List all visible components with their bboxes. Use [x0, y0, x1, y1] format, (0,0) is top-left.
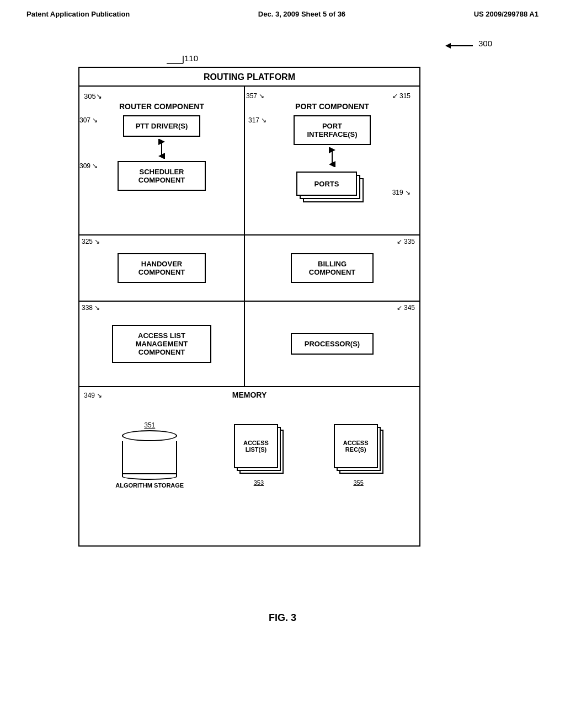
diagram-area: 300 110 ROUTING PLATFORM 305 ↘ ROUTER CO…: [45, 23, 520, 629]
algorithm-storage-group: 351 ALGORITHM STORAGE: [115, 421, 184, 489]
ports-label: PORTS: [315, 180, 339, 188]
handover-section: 325 ↘ HANDOVER COMPONENT: [79, 235, 245, 301]
scheduler-label: SCHEDULER COMPONENT: [138, 168, 185, 184]
port-section: 357 ↘ ↙ 315 PORT COMPONENT 317 ↘ PORT IN…: [245, 87, 419, 234]
memory-section: 349 ↘ MEMORY 351 ALGORITHM STORAGE: [79, 387, 419, 511]
ref-315-label: ↙ 315: [392, 92, 411, 100]
port-component-title: PORT COMPONENT: [249, 91, 415, 111]
access-rec-memory-group: ACCESS REC(S) 355: [334, 424, 383, 486]
ref-307-label: 307 ↘: [79, 116, 98, 124]
ptt-scheduler-arrow: [84, 139, 239, 159]
port-double-arrow-icon: [327, 147, 338, 167]
header-right: US 2009/299788 A1: [474, 10, 539, 18]
svg-marker-1: [445, 43, 451, 49]
access-section: 338 ↘ ACCESS LIST MANAGEMENT COMPONENT ↙…: [79, 302, 419, 387]
ref-110-group: 110: [167, 55, 194, 68]
access-list-memory-group: ACCESS LIST(S) 353: [234, 424, 284, 486]
memory-items: 351 ALGORITHM STORAGE ACCESS LIST(S): [79, 403, 419, 507]
ref-309-label: 309 ↘: [79, 162, 98, 170]
port-interface-label: PORT INTERFACE(S): [307, 122, 358, 138]
access-rec-doc-stack: ACCESS REC(S): [334, 424, 383, 479]
ref-357-label: 357 ↘: [246, 92, 264, 100]
router-section: 305 ↘ ROUTER COMPONENT 307 ↘ PTT DRIVER(…: [79, 87, 245, 234]
ref-355-label: 355: [334, 479, 383, 486]
ref-317-label: 317 ↘: [248, 116, 266, 124]
routing-platform-box: ROUTING PLATFORM 305 ↘ ROUTER COMPONENT …: [78, 67, 420, 547]
processor-label: PROCESSOR(S): [305, 340, 360, 348]
header-middle: Dec. 3, 2009 Sheet 5 of 36: [258, 10, 345, 18]
access-list-doc-stack: ACCESS LIST(S): [234, 424, 284, 479]
ref-319-label: 319 ↘: [392, 189, 411, 196]
access-list-box: ACCESS LIST MANAGEMENT COMPONENT: [112, 325, 211, 363]
ref-305-tick: ↘: [96, 92, 102, 100]
ref-351-label: 351: [144, 421, 155, 429]
processor-box: PROCESSOR(S): [291, 333, 374, 355]
ref-335-label: ↙ 335: [397, 238, 415, 245]
ref-300-label: 300: [478, 39, 492, 48]
handover-box: HANDOVER COMPONENT: [118, 253, 206, 283]
billing-box: BILLING COMPONENT: [291, 253, 374, 283]
access-list-memory-label: ACCESS LIST(S): [235, 440, 277, 453]
mid-section: 325 ↘ HANDOVER COMPONENT ↙ 335 BILLING C…: [79, 235, 419, 302]
ref-345-label: ↙ 345: [397, 304, 415, 312]
top-section: 305 ↘ ROUTER COMPONENT 307 ↘ PTT DRIVER(…: [79, 87, 419, 235]
port-arrow: [249, 147, 415, 167]
arrow-300-icon: [445, 35, 478, 51]
ptt-driver-label: PTT DRIVER(S): [136, 122, 188, 130]
access-list-label: ACCESS LIST MANAGEMENT COMPONENT: [136, 331, 188, 356]
router-component-title: ROUTER COMPONENT: [84, 91, 239, 111]
port-interface-box: PORT INTERFACE(S): [294, 115, 371, 145]
memory-title: MEMORY: [79, 387, 419, 403]
port-card-front: PORTS: [296, 172, 357, 196]
processor-section: ↙ 345 PROCESSOR(S): [245, 302, 419, 386]
cylinder-top: [122, 430, 177, 441]
ref-349-label: 349 ↘: [84, 392, 102, 399]
ref-338-label: 338 ↘: [82, 304, 100, 312]
routing-platform-title: ROUTING PLATFORM: [79, 68, 419, 87]
access-list-section: 338 ↘ ACCESS LIST MANAGEMENT COMPONENT: [79, 302, 245, 386]
ref-325-label: 325 ↘: [82, 238, 100, 245]
algorithm-storage-label: ALGORITHM STORAGE: [115, 482, 184, 489]
billing-section: ↙ 335 BILLING COMPONENT: [245, 235, 419, 301]
ref-305: 305: [84, 92, 96, 100]
ref-353-label: 353: [234, 479, 284, 486]
ptt-driver-box: PTT DRIVER(S): [123, 115, 200, 137]
ref-300-group: 300: [445, 35, 492, 51]
fig-label: FIG. 3: [45, 612, 520, 624]
header-left: Patent Application Publication: [26, 10, 130, 18]
billing-label: BILLING COMPONENT: [309, 260, 356, 276]
ports-stack: PORTS: [296, 172, 368, 205]
page-header: Patent Application Publication Dec. 3, 2…: [0, 0, 565, 23]
access-rec-doc-front: ACCESS REC(S): [334, 424, 378, 468]
scheduler-box: SCHEDULER COMPONENT: [118, 161, 206, 191]
doc-card-front: ACCESS LIST(S): [234, 424, 278, 468]
double-arrow-icon: [156, 139, 167, 159]
ref-110-label: 110: [184, 53, 198, 63]
cylinder-body: [122, 441, 177, 474]
access-rec-label: ACCESS REC(S): [335, 440, 377, 453]
handover-label: HANDOVER COMPONENT: [138, 260, 185, 276]
